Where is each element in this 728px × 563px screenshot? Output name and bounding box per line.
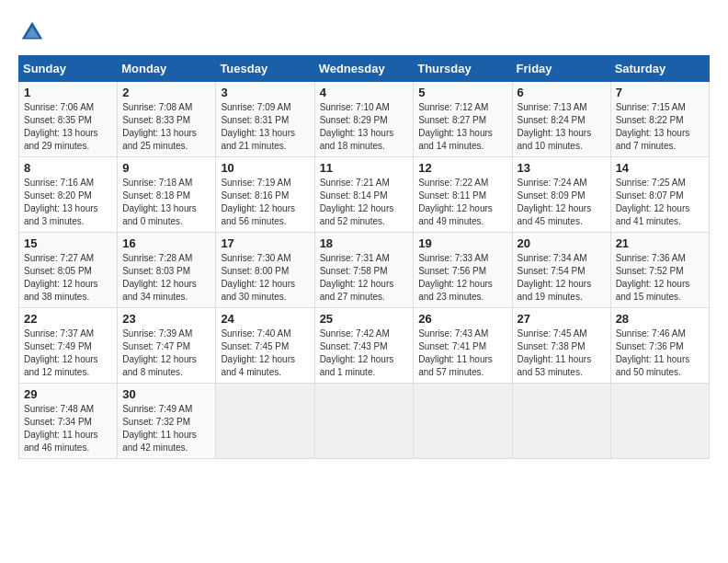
day-number: 24	[221, 312, 309, 326]
day-number: 14	[616, 161, 704, 175]
calendar-cell: 10 Sunrise: 7:19 AM Sunset: 8:16 PM Dayl…	[216, 157, 314, 233]
calendar-body: 1 Sunrise: 7:06 AM Sunset: 8:35 PM Dayli…	[19, 82, 710, 459]
calendar-week-row: 1 Sunrise: 7:06 AM Sunset: 8:35 PM Dayli…	[19, 82, 710, 157]
header-day: Tuesday	[216, 56, 314, 82]
calendar-cell: 29 Sunrise: 7:48 AM Sunset: 7:34 PM Dayl…	[19, 384, 118, 459]
day-info: Sunrise: 7:18 AM Sunset: 8:18 PM Dayligh…	[122, 177, 210, 228]
logo	[18, 18, 51, 46]
calendar-cell: 21 Sunrise: 7:36 AM Sunset: 7:52 PM Dayl…	[610, 233, 709, 308]
day-info: Sunrise: 7:15 AM Sunset: 8:22 PM Dayligh…	[616, 101, 704, 153]
day-number: 22	[24, 312, 112, 326]
calendar-cell	[216, 384, 314, 459]
day-info: Sunrise: 7:08 AM Sunset: 8:33 PM Dayligh…	[122, 101, 210, 153]
day-info: Sunrise: 7:45 AM Sunset: 7:38 PM Dayligh…	[518, 327, 606, 379]
day-info: Sunrise: 7:12 AM Sunset: 8:27 PM Dayligh…	[418, 101, 506, 153]
calendar-cell: 28 Sunrise: 7:46 AM Sunset: 7:36 PM Dayl…	[610, 308, 709, 384]
calendar-cell	[414, 384, 512, 459]
calendar-cell: 9 Sunrise: 7:18 AM Sunset: 8:18 PM Dayli…	[118, 157, 216, 233]
day-number: 17	[221, 236, 309, 250]
day-number: 28	[616, 312, 704, 326]
day-number: 13	[518, 161, 606, 175]
calendar-cell: 24 Sunrise: 7:40 AM Sunset: 7:45 PM Dayl…	[216, 308, 314, 384]
day-info: Sunrise: 7:36 AM Sunset: 7:52 PM Dayligh…	[616, 252, 704, 304]
day-info: Sunrise: 7:42 AM Sunset: 7:43 PM Dayligh…	[320, 327, 409, 379]
day-info: Sunrise: 7:24 AM Sunset: 8:09 PM Dayligh…	[518, 177, 606, 228]
calendar-cell: 4 Sunrise: 7:10 AM Sunset: 8:29 PM Dayli…	[314, 82, 414, 157]
calendar-cell: 19 Sunrise: 7:33 AM Sunset: 7:56 PM Dayl…	[414, 233, 512, 308]
calendar-cell: 16 Sunrise: 7:28 AM Sunset: 8:03 PM Dayl…	[118, 233, 216, 308]
day-number: 16	[122, 236, 210, 250]
calendar-cell: 3 Sunrise: 7:09 AM Sunset: 8:31 PM Dayli…	[216, 82, 314, 157]
day-number: 19	[418, 236, 506, 250]
calendar-cell: 30 Sunrise: 7:49 AM Sunset: 7:32 PM Dayl…	[118, 384, 216, 459]
day-info: Sunrise: 7:16 AM Sunset: 8:20 PM Dayligh…	[24, 177, 112, 228]
day-info: Sunrise: 7:25 AM Sunset: 8:07 PM Dayligh…	[616, 177, 704, 228]
calendar-cell: 14 Sunrise: 7:25 AM Sunset: 8:07 PM Dayl…	[610, 157, 709, 233]
calendar-cell	[314, 384, 414, 459]
calendar-cell: 11 Sunrise: 7:21 AM Sunset: 8:14 PM Dayl…	[314, 157, 414, 233]
header-day: Thursday	[414, 56, 512, 82]
day-number: 2	[122, 86, 210, 99]
calendar-cell	[512, 384, 610, 459]
header-day: Sunday	[19, 56, 118, 82]
calendar-cell: 23 Sunrise: 7:39 AM Sunset: 7:47 PM Dayl…	[118, 308, 216, 384]
day-number: 20	[518, 236, 606, 250]
day-info: Sunrise: 7:40 AM Sunset: 7:45 PM Dayligh…	[221, 327, 309, 379]
calendar-week-row: 29 Sunrise: 7:48 AM Sunset: 7:34 PM Dayl…	[19, 384, 710, 459]
calendar-header: SundayMondayTuesdayWednesdayThursdayFrid…	[19, 56, 710, 82]
day-number: 9	[122, 161, 210, 175]
day-number: 15	[24, 236, 112, 250]
calendar-cell: 26 Sunrise: 7:43 AM Sunset: 7:41 PM Dayl…	[414, 308, 512, 384]
day-number: 1	[24, 86, 112, 99]
day-info: Sunrise: 7:31 AM Sunset: 7:58 PM Dayligh…	[320, 252, 409, 304]
day-info: Sunrise: 7:06 AM Sunset: 8:35 PM Dayligh…	[24, 101, 112, 153]
day-info: Sunrise: 7:09 AM Sunset: 8:31 PM Dayligh…	[221, 101, 309, 153]
header-day: Monday	[118, 56, 216, 82]
calendar-cell: 6 Sunrise: 7:13 AM Sunset: 8:24 PM Dayli…	[512, 82, 610, 157]
day-info: Sunrise: 7:27 AM Sunset: 8:05 PM Dayligh…	[24, 252, 112, 304]
day-number: 11	[320, 161, 409, 175]
calendar-week-row: 8 Sunrise: 7:16 AM Sunset: 8:20 PM Dayli…	[19, 157, 710, 233]
day-info: Sunrise: 7:10 AM Sunset: 8:29 PM Dayligh…	[320, 101, 409, 153]
calendar-week-row: 15 Sunrise: 7:27 AM Sunset: 8:05 PM Dayl…	[19, 233, 710, 308]
calendar-week-row: 22 Sunrise: 7:37 AM Sunset: 7:49 PM Dayl…	[19, 308, 710, 384]
day-info: Sunrise: 7:46 AM Sunset: 7:36 PM Dayligh…	[616, 327, 704, 379]
header-row: SundayMondayTuesdayWednesdayThursdayFrid…	[19, 56, 710, 82]
calendar-cell: 17 Sunrise: 7:30 AM Sunset: 8:00 PM Dayl…	[216, 233, 314, 308]
day-number: 26	[418, 312, 506, 326]
calendar-cell: 12 Sunrise: 7:22 AM Sunset: 8:11 PM Dayl…	[414, 157, 512, 233]
day-number: 5	[418, 86, 506, 99]
header-day: Saturday	[610, 56, 709, 82]
page-header	[18, 18, 710, 46]
day-number: 29	[24, 387, 112, 401]
header-day: Wednesday	[314, 56, 414, 82]
day-info: Sunrise: 7:21 AM Sunset: 8:14 PM Dayligh…	[320, 177, 409, 228]
day-number: 18	[320, 236, 409, 250]
day-info: Sunrise: 7:22 AM Sunset: 8:11 PM Dayligh…	[418, 177, 506, 228]
day-number: 8	[24, 161, 112, 175]
day-info: Sunrise: 7:37 AM Sunset: 7:49 PM Dayligh…	[24, 327, 112, 379]
calendar-cell: 27 Sunrise: 7:45 AM Sunset: 7:38 PM Dayl…	[512, 308, 610, 384]
header-day: Friday	[512, 56, 610, 82]
calendar-cell: 25 Sunrise: 7:42 AM Sunset: 7:43 PM Dayl…	[314, 308, 414, 384]
calendar-table: SundayMondayTuesdayWednesdayThursdayFrid…	[18, 55, 710, 459]
calendar-cell: 7 Sunrise: 7:15 AM Sunset: 8:22 PM Dayli…	[610, 82, 709, 157]
day-info: Sunrise: 7:28 AM Sunset: 8:03 PM Dayligh…	[122, 252, 210, 304]
calendar-cell: 15 Sunrise: 7:27 AM Sunset: 8:05 PM Dayl…	[19, 233, 118, 308]
calendar-cell: 22 Sunrise: 7:37 AM Sunset: 7:49 PM Dayl…	[19, 308, 118, 384]
day-number: 23	[122, 312, 210, 326]
day-info: Sunrise: 7:43 AM Sunset: 7:41 PM Dayligh…	[418, 327, 506, 379]
day-number: 6	[518, 86, 606, 99]
calendar-cell: 18 Sunrise: 7:31 AM Sunset: 7:58 PM Dayl…	[314, 233, 414, 308]
day-info: Sunrise: 7:33 AM Sunset: 7:56 PM Dayligh…	[418, 252, 506, 304]
calendar-cell	[610, 384, 709, 459]
logo-icon	[18, 18, 46, 46]
day-number: 30	[122, 387, 210, 401]
day-info: Sunrise: 7:34 AM Sunset: 7:54 PM Dayligh…	[518, 252, 606, 304]
day-info: Sunrise: 7:48 AM Sunset: 7:34 PM Dayligh…	[24, 403, 112, 454]
day-number: 21	[616, 236, 704, 250]
day-info: Sunrise: 7:19 AM Sunset: 8:16 PM Dayligh…	[221, 177, 309, 228]
calendar-cell: 1 Sunrise: 7:06 AM Sunset: 8:35 PM Dayli…	[19, 82, 118, 157]
day-number: 25	[320, 312, 409, 326]
calendar-cell: 20 Sunrise: 7:34 AM Sunset: 7:54 PM Dayl…	[512, 233, 610, 308]
